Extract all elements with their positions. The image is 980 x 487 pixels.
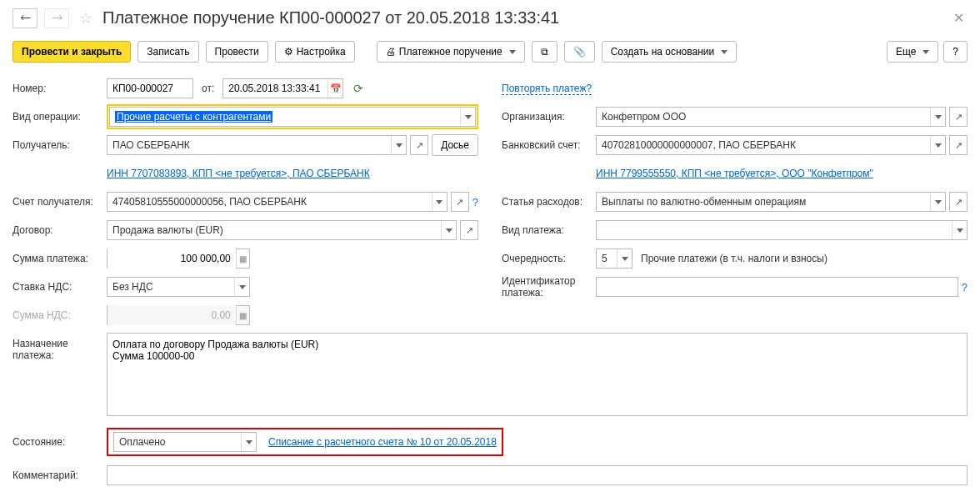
- paperclip-icon: 📎: [573, 46, 586, 58]
- sum-input-wrapper[interactable]: [107, 249, 250, 269]
- org-inn-link[interactable]: ИНН 7799555550, КПП <не требуется>, ООО …: [596, 168, 873, 179]
- payment-kind-label: Вид платежа:: [502, 224, 596, 236]
- open-expense-button[interactable]: [949, 192, 968, 212]
- post-button[interactable]: Провести: [206, 41, 268, 63]
- open-org-button[interactable]: [949, 107, 968, 127]
- vat-sum-input: [108, 305, 236, 325]
- org-combo[interactable]: Конфетпром ООО: [596, 107, 946, 127]
- open-bank-account-button[interactable]: [949, 135, 968, 155]
- recipient-label: Получатель:: [12, 139, 107, 151]
- help-icon[interactable]: ?: [472, 196, 478, 208]
- comment-input[interactable]: [107, 465, 968, 485]
- gear-icon: ⚙: [284, 46, 293, 58]
- contract-label: Договор:: [12, 224, 107, 236]
- favorite-star-icon[interactable]: ☆: [79, 9, 92, 28]
- repeat-payment-link[interactable]: Повторять платеж?: [502, 83, 592, 95]
- calculator-icon: [236, 306, 249, 324]
- calendar-icon[interactable]: 📅: [328, 79, 342, 98]
- post-and-close-button[interactable]: Провести и закрыть: [12, 41, 131, 63]
- optype-label: Вид операции:: [12, 111, 107, 123]
- priority-description: Прочие платежи (в т.ч. налоги и взносы): [641, 253, 828, 264]
- recipient-inn-link[interactable]: ИНН 7707083893, КПП <не требуется>, ПАО …: [107, 168, 370, 179]
- state-combo[interactable]: Оплачено: [113, 432, 257, 452]
- operation-type-value: Прочие расчеты с контрагентами: [115, 111, 272, 123]
- chevron-down-icon[interactable]: [391, 136, 406, 154]
- chevron-down-icon[interactable]: [460, 108, 475, 126]
- number-input[interactable]: [107, 78, 193, 98]
- chevron-down-icon[interactable]: [952, 221, 967, 239]
- payment-kind-combo[interactable]: [596, 220, 968, 240]
- chevron-down-icon[interactable]: [234, 278, 249, 296]
- nav-forward-button[interactable]: 🡒: [44, 8, 69, 28]
- priority-label: Очередность:: [502, 253, 596, 264]
- sum-input[interactable]: [108, 249, 236, 269]
- org-label: Организация:: [502, 111, 596, 123]
- state-label: Состояние:: [12, 436, 107, 448]
- print-payment-button[interactable]: 🖨Платежное поручение: [377, 41, 525, 63]
- related-button[interactable]: ⧉: [532, 41, 558, 63]
- purpose-textarea[interactable]: [107, 333, 968, 416]
- number-label: Номер:: [12, 83, 107, 94]
- recipient-combo[interactable]: ПАО СБЕРБАНК: [107, 135, 407, 155]
- bank-account-label: Банковский счет:: [502, 139, 596, 151]
- date-input-wrapper[interactable]: 📅: [222, 78, 343, 98]
- create-based-button[interactable]: Создать на основании: [602, 41, 738, 63]
- priority-combo[interactable]: 5: [596, 249, 632, 269]
- date-input[interactable]: [223, 79, 328, 98]
- expense-combo[interactable]: Выплаты по валютно-обменным операциям: [596, 192, 946, 212]
- vat-rate-combo[interactable]: Без НДС: [107, 277, 250, 297]
- chevron-down-icon[interactable]: [441, 221, 456, 239]
- from-label: от:: [197, 83, 219, 94]
- open-contract-button[interactable]: [460, 220, 478, 240]
- refresh-icon[interactable]: ⟳: [353, 82, 363, 95]
- chevron-down-icon[interactable]: [432, 193, 447, 211]
- recipient-account-label: Счет получателя:: [12, 196, 107, 208]
- chevron-down-icon[interactable]: [241, 433, 256, 451]
- settings-button[interactable]: ⚙Настройка: [275, 41, 355, 63]
- open-recipient-account-button[interactable]: [451, 192, 469, 212]
- page-title: Платежное поручение КП00-000027 от 20.05…: [102, 8, 943, 28]
- sum-label: Сумма платежа:: [12, 253, 107, 264]
- attach-button[interactable]: 📎: [564, 41, 595, 63]
- close-icon[interactable]: ✕: [950, 7, 968, 29]
- identifier-label: Идентификатор платежа:: [502, 275, 596, 299]
- calculator-icon[interactable]: [236, 249, 249, 268]
- open-recipient-button[interactable]: [410, 135, 428, 155]
- more-button[interactable]: Еще: [887, 41, 938, 63]
- vat-rate-label: Ставка НДС:: [12, 281, 107, 293]
- chevron-down-icon[interactable]: [617, 249, 632, 268]
- chevron-down-icon[interactable]: [930, 136, 945, 154]
- recipient-account-combo[interactable]: 47405810555000000056, ПАО СБЕРБАНК: [107, 192, 448, 212]
- identifier-input[interactable]: [596, 277, 958, 297]
- writeoff-link[interactable]: Списание с расчетного счета № 10 от 20.0…: [268, 436, 497, 448]
- help-button[interactable]: ?: [943, 41, 968, 63]
- vat-sum-label: Сумма НДС:: [12, 309, 107, 321]
- operation-type-combo[interactable]: Прочие расчеты с контрагентами: [109, 107, 476, 127]
- write-button[interactable]: Записать: [138, 41, 198, 63]
- purpose-label: Назначение платежа:: [12, 333, 107, 416]
- chevron-down-icon[interactable]: [930, 108, 945, 126]
- dossier-button[interactable]: Досье: [432, 134, 478, 156]
- bank-account-combo[interactable]: 40702810000000000007, ПАО СБЕРБАНК: [596, 135, 946, 155]
- structure-icon: ⧉: [541, 46, 548, 58]
- contract-combo[interactable]: Продажа валюты (EUR): [107, 220, 457, 240]
- help-icon[interactable]: ?: [962, 281, 968, 294]
- vat-sum-input-wrapper: [107, 305, 250, 325]
- expense-label: Статья расходов:: [502, 196, 596, 208]
- printer-icon: 🖨: [386, 46, 396, 58]
- nav-back-button[interactable]: 🡐: [12, 8, 38, 28]
- comment-label: Комментарий:: [12, 469, 107, 481]
- chevron-down-icon[interactable]: [930, 193, 945, 211]
